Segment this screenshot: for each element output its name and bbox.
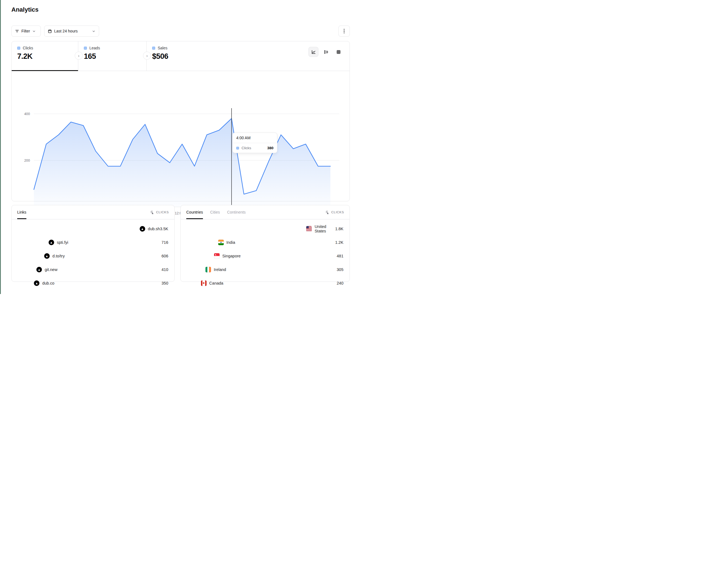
country-clicks-value: 1.2K <box>335 240 344 245</box>
table-view-button[interactable] <box>333 47 343 57</box>
countries-panel: Countries Cities Continents CLICKS Unite… <box>180 205 350 282</box>
tab-continents[interactable]: Continents <box>227 205 246 219</box>
country-flag-icon <box>206 267 211 272</box>
countries-metric-toggle[interactable]: CLICKS <box>325 210 344 214</box>
link-row[interactable]: ▲ spti.fyi 716 <box>17 237 169 248</box>
line-chart-icon <box>311 50 316 54</box>
dub-favicon-icon: ▲ <box>139 226 145 232</box>
clicks-legend-icon <box>17 47 20 50</box>
funnel-icon <box>324 50 328 54</box>
link-row[interactable]: ▲ dub.co 350 <box>17 278 169 289</box>
links-list: ▲ dub.sh 3.5K ▲ spti.fyi 716 ▲ d.to/try … <box>12 219 174 289</box>
date-range-button[interactable]: Last 24 hours <box>44 25 99 37</box>
chevron-down-icon <box>92 29 95 33</box>
link-row[interactable]: ▲ d.to/try 606 <box>17 250 169 262</box>
dub-favicon-icon: ▲ <box>36 267 42 272</box>
chart-tooltip: 4:00 AM Clicks 380 <box>232 133 277 153</box>
tooltip-value: 380 <box>267 146 274 150</box>
link-label: d.to/try <box>52 254 65 258</box>
table-grid-icon <box>336 50 341 54</box>
country-flag-icon <box>306 226 312 232</box>
country-label: United States <box>315 224 335 233</box>
cursor-click-icon <box>325 210 329 214</box>
tab-countries[interactable]: Countries <box>186 205 203 219</box>
links-metric-label: CLICKS <box>156 210 169 214</box>
leads-legend-icon <box>84 47 87 50</box>
tab-links[interactable]: Links <box>17 205 26 219</box>
tooltip-time: 4:00 AM <box>233 133 277 143</box>
expand-leads-sales-button[interactable]: › <box>143 51 151 60</box>
link-row[interactable]: ▲ dub.sh 3.5K <box>17 223 169 234</box>
sales-tab-label: Sales <box>158 46 167 50</box>
link-row[interactable]: ▲ git.new 410 <box>17 264 169 275</box>
link-clicks-value: 3.5K <box>160 227 169 231</box>
link-label: dub.sh <box>148 227 160 231</box>
link-label: git.new <box>45 267 58 272</box>
link-label: spti.fyi <box>57 240 68 245</box>
clicks-tab-label: Clicks <box>23 46 33 50</box>
svg-text:400: 400 <box>24 112 30 116</box>
link-clicks-value: 716 <box>161 240 169 245</box>
dub-favicon-icon: ▲ <box>44 253 50 259</box>
filter-icon <box>15 29 19 33</box>
calendar-icon <box>48 29 52 33</box>
page-title: Analytics <box>12 6 39 13</box>
filter-button-label: Filter <box>21 29 30 33</box>
funnel-view-button[interactable] <box>321 47 331 57</box>
chart-type-switcher <box>308 47 343 57</box>
svg-text:200: 200 <box>24 159 30 162</box>
clicks-total: 7.2K <box>17 52 78 61</box>
expand-clicks-leads-button[interactable]: › <box>75 51 83 60</box>
country-label: Singapore <box>222 254 241 258</box>
country-row[interactable]: Singapore 481 <box>186 250 344 262</box>
country-flag-icon <box>214 253 220 259</box>
tooltip-series-label: Clicks <box>241 146 251 150</box>
links-panel: Links CLICKS ▲ dub.sh 3.5K <box>12 205 175 282</box>
country-row[interactable]: United States 1.8K <box>186 223 344 234</box>
tab-cities[interactable]: Cities <box>210 205 220 219</box>
links-metric-toggle[interactable]: CLICKS <box>150 210 169 214</box>
more-options-button[interactable] <box>339 25 350 37</box>
country-clicks-value: 1.8K <box>335 227 344 231</box>
filter-button[interactable]: Filter <box>12 25 41 37</box>
link-clicks-value: 350 <box>161 281 169 286</box>
country-row[interactable]: Canada 240 <box>186 278 344 289</box>
country-flag-icon <box>218 240 224 245</box>
chart-canvas: 02004004:00 PM8:00 PM12:00 AM4:00 AM8:00… <box>12 108 350 219</box>
kebab-menu-icon <box>344 29 345 33</box>
cursor-click-icon <box>150 210 154 214</box>
countries-metric-label: CLICKS <box>331 210 344 214</box>
country-clicks-value: 305 <box>337 267 344 272</box>
window-edge-strip <box>0 0 1 294</box>
line-chart-view-button[interactable] <box>308 47 319 57</box>
country-row[interactable]: India 1.2K <box>186 237 344 248</box>
analytics-card: Clicks 7.2K Leads 165 Sales $506 › › <box>12 41 350 201</box>
link-clicks-value: 606 <box>161 254 169 258</box>
link-label: dub.co <box>42 281 55 286</box>
country-label: Canada <box>209 281 223 286</box>
link-clicks-value: 410 <box>161 267 169 272</box>
country-label: India <box>227 240 235 245</box>
dub-favicon-icon: ▲ <box>48 240 54 245</box>
clicks-area-chart[interactable]: 02004004:00 PM8:00 PM12:00 AM4:00 AM8:00… <box>12 71 349 201</box>
dub-favicon-icon: ▲ <box>34 280 39 286</box>
tooltip-legend-icon <box>236 147 239 150</box>
leads-total: 165 <box>84 52 146 61</box>
chevron-down-icon <box>32 29 36 33</box>
stats-tabs: Clicks 7.2K Leads 165 Sales $506 › › <box>12 41 349 71</box>
country-clicks-value: 481 <box>337 254 344 258</box>
leads-tab-label: Leads <box>89 46 100 50</box>
country-flag-icon <box>201 280 207 286</box>
analytics-page: Analytics Filter Last 24 hours Clicks 7.… <box>0 0 356 294</box>
tab-clicks[interactable]: Clicks 7.2K <box>12 41 78 71</box>
country-label: Ireland <box>214 267 226 272</box>
country-clicks-value: 240 <box>337 281 344 286</box>
date-range-label: Last 24 hours <box>54 29 78 33</box>
tab-leads[interactable]: Leads 165 <box>78 41 147 71</box>
sales-legend-icon <box>152 47 155 50</box>
countries-list: United States 1.8K India 1.2K Singapore … <box>181 219 349 289</box>
country-row[interactable]: Ireland 305 <box>186 264 344 275</box>
